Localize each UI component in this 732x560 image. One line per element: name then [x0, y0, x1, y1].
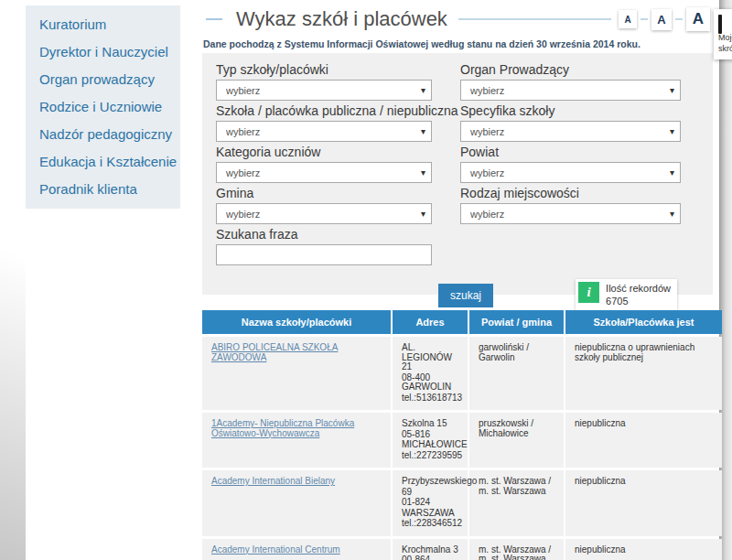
- field-typ-szkoly: Typ szkoły/placówki wybierz: [216, 62, 432, 101]
- school-district-cell: pruszkowski / Michałowice: [469, 413, 564, 468]
- school-address-cell: AL. LEGIONÓW 21 08-400 GARWOLIN tel.:513…: [393, 337, 468, 410]
- school-status-cell: niepubliczna: [565, 413, 722, 468]
- table-row: Academy International Centrum Krochmalna…: [202, 539, 722, 560]
- powiat-select[interactable]: wybierz: [460, 162, 681, 183]
- select-wrapper: wybierz: [216, 164, 432, 179]
- column-header-nazwa: Nazwa szkoły/placówki: [202, 310, 391, 334]
- school-status-cell: niepubliczna: [565, 470, 722, 536]
- column-header-powiat-gmina: Powiat / gmina: [469, 310, 564, 334]
- school-name-cell: 1Academy- Niepubliczna Placówka Oświatow…: [202, 413, 391, 468]
- select-wrapper: wybierz: [216, 205, 432, 221]
- font-size-large-button[interactable]: A: [686, 7, 710, 31]
- divider-segment: [640, 18, 648, 20]
- sidebar-item-rodzice-i-uczniowie[interactable]: Rodzice i Uczniowie: [26, 93, 180, 121]
- publiczna-niepubliczna-select[interactable]: wybierz: [216, 121, 432, 142]
- title-row: Wykaz szkół i placówek A A A: [206, 7, 710, 31]
- school-link[interactable]: ABIRO POLICEALNA SZKOŁA ZAWODOWA: [211, 342, 338, 362]
- field-label: Szukana fraza: [216, 227, 432, 242]
- select-wrapper: wybierz: [216, 81, 432, 97]
- records-count: 6705: [606, 296, 628, 307]
- field-label: Gmina: [216, 186, 432, 200]
- select-wrapper: wybierz: [460, 164, 681, 179]
- school-address-cell: Krochmalna 3 00-864 WARSZAWA tel.:226540…: [393, 539, 468, 560]
- field-powiat: Powiat wybierz: [460, 145, 681, 183]
- table-row: ABIRO POLICEALNA SZKOŁA ZAWODOWA AL. LEG…: [202, 337, 722, 410]
- sidebar-item-nadzor-pedagogiczny[interactable]: Nadzór pedagogiczny: [26, 121, 180, 148]
- select-wrapper: wybierz: [460, 81, 681, 97]
- shortcuts-button[interactable]: Moje skróty: [714, 9, 732, 59]
- school-address-cell: Szkolna 15 05-816 MICHAŁOWICE tel.:22723…: [393, 413, 468, 468]
- search-phrase-input[interactable]: [216, 244, 432, 265]
- search-button[interactable]: szukaj: [438, 284, 493, 307]
- field-label: Organ Prowadzący: [460, 62, 681, 77]
- records-count-box: i Ilość rekordów 6705: [576, 279, 677, 311]
- title-dash-decoration: [206, 18, 222, 20]
- main-content: Wykaz szkół i placówek A A A Moje skróty…: [180, 0, 719, 560]
- title-divider-line: [458, 18, 611, 20]
- page: Kuratorium Dyrektor i Nauczyciel Organ p…: [0, 0, 732, 560]
- field-gmina: Gmina wybierz: [216, 186, 432, 224]
- field-szukana-fraza: Szukana fraza: [216, 227, 432, 265]
- field-specyfika-szkoly: Specyfika szkoły wybierz: [460, 103, 681, 142]
- page-title: Wykaz szkół i placówek: [236, 7, 447, 31]
- school-link[interactable]: Academy International Centrum: [211, 544, 340, 555]
- school-name-cell: ABIRO POLICEALNA SZKOŁA ZAWODOWA: [202, 337, 391, 410]
- table-row: Academy International Bielany Przybyszew…: [202, 470, 722, 536]
- field-organ-prowadzacy: Organ Prowadzący wybierz: [460, 62, 681, 101]
- field-label: Kategoria uczniów: [216, 145, 432, 159]
- schools-table: Nazwa szkoły/placówki Adres Powiat / gmi…: [200, 307, 724, 560]
- school-link[interactable]: Academy International Bielany: [211, 476, 335, 486]
- sidebar-item-poradnik-klienta[interactable]: Poradnik klienta: [26, 176, 180, 203]
- sidebar: Kuratorium Dyrektor i Nauczyciel Organ p…: [26, 5, 180, 209]
- field-label: Szkoła / placówka publiczna / niepublicz…: [216, 103, 432, 118]
- organ-prowadzacy-select[interactable]: wybierz: [460, 80, 681, 101]
- field-kategoria-uczniow: Kategoria uczniów wybierz: [216, 145, 432, 183]
- page-left-shadow: [0, 0, 26, 560]
- school-link[interactable]: 1Academy- Niepubliczna Placówka Oświatow…: [211, 418, 354, 438]
- field-label: Typ szkoły/placówki: [216, 62, 432, 77]
- gmina-select[interactable]: wybierz: [216, 203, 432, 224]
- school-address-cell: Przybyszewskiego 69 01-824 WARSZAWA tel.…: [393, 470, 468, 536]
- field-label: Powiat: [460, 145, 681, 159]
- field-publiczna-niepubliczna: Szkoła / placówka publiczna / niepublicz…: [216, 103, 432, 142]
- field-rodzaj-miejscowosci: Rodzaj miejscowości wybierz: [460, 186, 681, 224]
- select-wrapper: wybierz: [460, 123, 681, 138]
- shortcuts-label: Moje skróty: [718, 33, 732, 54]
- records-count-text: Ilość rekordów 6705: [606, 282, 674, 308]
- field-label: Rodzaj miejscowości: [460, 186, 681, 200]
- table-header-row: Nazwa szkoły/placówki Adres Powiat / gmi…: [202, 310, 722, 334]
- column-header-adres: Adres: [393, 310, 468, 334]
- font-size-medium-button[interactable]: A: [651, 9, 672, 30]
- table-row: 1Academy- Niepubliczna Placówka Oświatow…: [202, 413, 722, 468]
- sidebar-item-edukacja-i-ksztalcenie[interactable]: Edukacja i Kształcenie: [26, 148, 180, 176]
- school-status-cell: niepubliczna o uprawnieniach szkoły publ…: [565, 337, 722, 410]
- specyfika-szkoly-select[interactable]: wybierz: [460, 121, 681, 142]
- school-district-cell: m. st. Warszawa / m. st. Warszawa: [469, 539, 564, 560]
- school-name-cell: Academy International Bielany: [202, 470, 391, 536]
- typ-szkoly-select[interactable]: wybierz: [216, 80, 432, 101]
- sidebar-item-dyrektor-i-nauczyciel[interactable]: Dyrektor i Nauczyciel: [26, 38, 180, 66]
- records-label: Ilość rekordów: [606, 283, 671, 294]
- school-status-cell: niepubliczna: [565, 539, 722, 560]
- font-size-small-button[interactable]: A: [619, 10, 637, 28]
- shortcuts-icon: [718, 15, 722, 34]
- info-icon: i: [578, 282, 599, 303]
- rodzaj-miejscowosci-select[interactable]: wybierz: [460, 203, 681, 224]
- divider-segment: [675, 18, 683, 20]
- column-header-status: Szkoła/Placówka jest: [565, 310, 722, 334]
- school-district-cell: m. st. Warszawa / m. st. Warszawa: [469, 470, 564, 536]
- filter-panel: Typ szkoły/placówki wybierz Szkoła / pla…: [202, 53, 713, 295]
- sidebar-item-kuratorium[interactable]: Kuratorium: [26, 11, 180, 38]
- select-wrapper: wybierz: [216, 123, 432, 138]
- school-name-cell: Academy International Centrum: [202, 539, 391, 560]
- field-label: Specyfika szkoły: [460, 103, 681, 118]
- select-wrapper: wybierz: [460, 205, 681, 221]
- kategoria-uczniow-select[interactable]: wybierz: [216, 162, 432, 183]
- sidebar-item-organ-prowadzacy[interactable]: Organ prowadzący: [26, 66, 180, 93]
- data-source-note: Dane pochodzą z Systemu Informacji Oświa…: [203, 38, 640, 49]
- school-district-cell: garwoliński / Garwolin: [469, 337, 564, 410]
